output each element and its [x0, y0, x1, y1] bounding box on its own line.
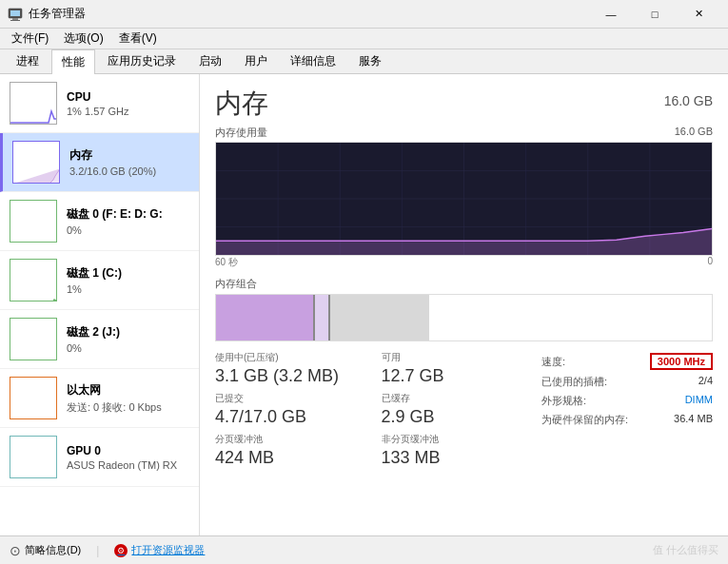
sidebar-item-disk2[interactable]: 磁盘 2 (J:) 0%	[0, 310, 199, 369]
menu-file[interactable]: 文件(F)	[4, 29, 56, 49]
minimize-button[interactable]: —	[589, 0, 633, 29]
comp-used	[216, 295, 315, 340]
svg-rect-2	[12, 18, 18, 20]
app-icon	[8, 7, 23, 22]
disk0-subtitle: 0%	[67, 224, 189, 236]
stat-cached: 已缓存 2.9 GB	[382, 392, 533, 427]
summary-link[interactable]: ⊙ 简略信息(D)	[10, 543, 81, 558]
disk0-info: 磁盘 0 (F: E: D: G: 0%	[67, 206, 189, 236]
memory-usage-chart	[215, 142, 713, 256]
chart-top-label: 内存使用量	[215, 126, 267, 140]
disk0-thumb	[10, 200, 57, 243]
cpu-title: CPU	[67, 90, 189, 104]
svg-rect-6	[10, 201, 57, 243]
disk1-thumb	[10, 259, 57, 301]
stat-nonpaged-value: 133 MB	[382, 448, 533, 468]
ethernet-subtitle: 发送: 0 接收: 0 Kbps	[67, 400, 189, 415]
panel-total: 16.0 GB	[664, 93, 713, 108]
tab-bar: 进程 性能 应用历史记录 启动 用户 详细信息 服务	[0, 49, 728, 74]
spec-speed-label: 速度:	[541, 355, 565, 369]
stats-left: 使用中(已压缩) 3.1 GB (3.2 MB) 可用 12.7 GB 已提交 …	[215, 351, 532, 468]
ethernet-title: 以太网	[67, 382, 189, 399]
resource-monitor-link[interactable]: ⚙ 打开资源监视器	[114, 543, 205, 557]
stats-specs-row: 使用中(已压缩) 3.1 GB (3.2 MB) 可用 12.7 GB 已提交 …	[215, 351, 713, 468]
stat-nonpaged-label: 非分页缓冲池	[382, 433, 533, 446]
disk2-info: 磁盘 2 (J:) 0%	[67, 324, 189, 354]
maximize-button[interactable]: □	[633, 0, 677, 29]
stat-paged-value: 424 MB	[215, 448, 366, 468]
title-bar: 任务管理器 — □ ✕	[0, 0, 728, 29]
stat-available-label: 可用	[382, 351, 533, 364]
tab-app-history[interactable]: 应用历史记录	[97, 49, 187, 73]
tab-startup[interactable]: 启动	[188, 49, 232, 73]
svg-rect-8	[10, 319, 57, 360]
comp-standby	[330, 295, 429, 340]
svg-rect-3	[10, 20, 20, 21]
memory-thumb	[12, 141, 60, 184]
comp-free	[429, 295, 712, 340]
svg-rect-9	[10, 378, 57, 419]
disk2-subtitle: 0%	[67, 342, 189, 354]
window-title: 任务管理器	[29, 6, 589, 22]
composition-label: 内存组合	[215, 277, 713, 291]
memory-subtitle: 3.2/16.0 GB (20%)	[69, 165, 189, 177]
sidebar-item-gpu[interactable]: GPU 0 ASUS Radeon (TM) RX	[0, 428, 199, 487]
bottom-bar: ⊙ 简略信息(D) | ⚙ 打开资源监视器 值 什么值得买	[0, 535, 728, 564]
stat-cached-label: 已缓存	[382, 392, 533, 405]
gpu-title: GPU 0	[67, 444, 189, 457]
memory-info: 内存 3.2/16.0 GB (20%)	[69, 147, 189, 177]
stats-row2: 已提交 4.7/17.0 GB 已缓存 2.9 GB	[215, 392, 532, 427]
tab-details[interactable]: 详细信息	[280, 49, 346, 73]
stat-inuse: 使用中(已压缩) 3.1 GB (3.2 MB)	[215, 351, 366, 386]
watermark-text: 值 什么值得买	[653, 543, 718, 557]
close-button[interactable]: ✕	[677, 0, 720, 29]
panel-title: 内存	[215, 86, 268, 122]
spec-speed-value: 3000 MHz	[650, 353, 713, 370]
tab-process[interactable]: 进程	[6, 49, 49, 73]
tab-performance[interactable]: 性能	[51, 49, 95, 74]
sidebar-item-disk0[interactable]: 磁盘 0 (F: E: D: G: 0%	[0, 192, 199, 251]
main-content: CPU 1% 1.57 GHz 内存 3.2/16.0 GB (20%)	[0, 74, 728, 535]
svg-rect-1	[10, 10, 20, 16]
chart-time-labels: 60 秒 0	[215, 256, 713, 269]
disk0-title: 磁盘 0 (F: E: D: G:	[67, 206, 189, 223]
stat-inuse-label: 使用中(已压缩)	[215, 351, 366, 364]
specs-right: 速度: 3000 MHz 已使用的插槽: 2/4 外形规格: DIMM 为硬件保…	[541, 351, 713, 468]
sidebar-item-memory[interactable]: 内存 3.2/16.0 GB (20%)	[0, 133, 199, 192]
ethernet-info: 以太网 发送: 0 接收: 0 Kbps	[67, 382, 189, 415]
chart-label-row: 内存使用量 16.0 GB	[215, 126, 713, 140]
sidebar-item-disk1[interactable]: 磁盘 1 (C:) 1%	[0, 251, 199, 310]
menu-options[interactable]: 选项(O)	[56, 29, 110, 49]
spec-reserved-value: 36.4 MB	[674, 413, 713, 427]
spec-slots-value: 2/4	[698, 375, 713, 389]
spec-formfactor-value: DIMM	[685, 394, 713, 408]
stats-row3: 分页缓冲池 424 MB 非分页缓冲池 133 MB	[215, 433, 532, 468]
disk2-title: 磁盘 2 (J:)	[67, 324, 189, 340]
svg-rect-10	[10, 437, 57, 478]
sidebar-item-cpu[interactable]: CPU 1% 1.57 GHz	[0, 74, 199, 133]
chart-top-value: 16.0 GB	[675, 126, 713, 140]
spec-reserved-row: 为硬件保留的内存: 36.4 MB	[541, 413, 713, 427]
stats-row1: 使用中(已压缩) 3.1 GB (3.2 MB) 可用 12.7 GB	[215, 351, 532, 386]
spec-formfactor-label: 外形规格:	[541, 394, 586, 408]
disk1-subtitle: 1%	[67, 283, 189, 295]
tab-users[interactable]: 用户	[234, 49, 278, 73]
ethernet-thumb	[10, 377, 57, 419]
window-controls[interactable]: — □ ✕	[589, 0, 720, 29]
panel-header: 内存 16.0 GB	[215, 86, 713, 122]
disk1-title: 磁盘 1 (C:)	[67, 265, 189, 282]
disk2-thumb	[10, 318, 57, 360]
tab-services[interactable]: 服务	[348, 49, 392, 73]
stat-inuse-value: 3.1 GB (3.2 MB)	[215, 366, 366, 386]
disk1-info: 磁盘 1 (C:) 1%	[67, 265, 189, 295]
memory-title: 内存	[69, 147, 189, 164]
stat-paged: 分页缓冲池 424 MB	[215, 433, 366, 468]
stat-paged-label: 分页缓冲池	[215, 433, 366, 446]
spec-formfactor-row: 外形规格: DIMM	[541, 394, 713, 408]
usage-chart-section: 内存使用量 16.0 GB	[215, 126, 713, 269]
sidebar: CPU 1% 1.57 GHz 内存 3.2/16.0 GB (20%)	[0, 74, 200, 535]
menu-view[interactable]: 查看(V)	[111, 29, 165, 49]
sidebar-item-ethernet[interactable]: 以太网 发送: 0 接收: 0 Kbps	[0, 369, 199, 428]
spec-reserved-label: 为硬件保留的内存:	[541, 413, 628, 427]
cpu-info: CPU 1% 1.57 GHz	[67, 90, 189, 117]
